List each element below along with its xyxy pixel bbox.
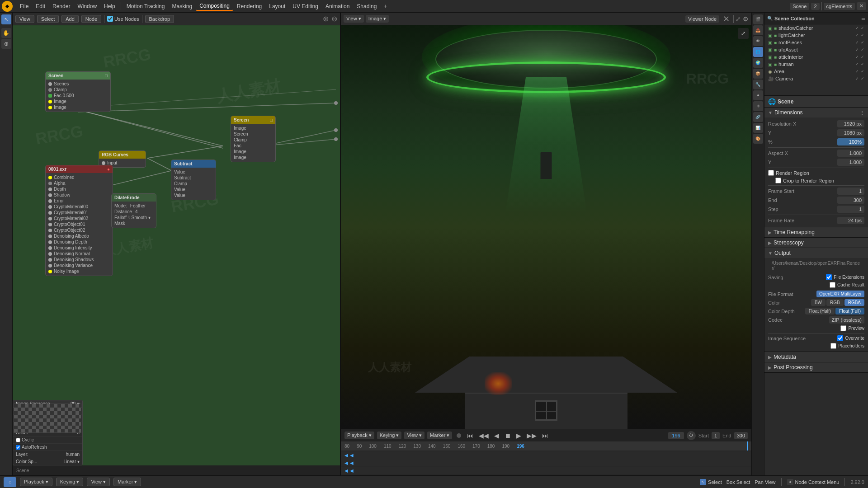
menu-window[interactable]: Window xyxy=(74,2,100,10)
node-screen-2[interactable]: Screen□ Image Screen Clamp Fac Image Ima… xyxy=(231,116,276,162)
menu-compositing[interactable]: Compositing xyxy=(196,2,233,11)
rgba-btn[interactable]: RGBA xyxy=(844,299,864,306)
outliner-item-5[interactable]: ▣ ■ human ✓✓ xyxy=(764,61,868,68)
prop-tab-data[interactable]: 📊 xyxy=(753,123,763,133)
time-remapping-header[interactable]: ▶ Time Remapping xyxy=(764,227,868,237)
dimensions-header[interactable]: ▼ Dimensions ⋮ xyxy=(764,108,868,117)
node-dilate[interactable]: DilateErode Mode:Feather Distance4 Fallo… xyxy=(111,193,156,228)
outliner-item-2[interactable]: ▣ ■ roofPieces ✓✓ xyxy=(764,39,868,46)
step-fwd-btn[interactable]: ▶▶ xyxy=(525,432,538,439)
prop-tab-object[interactable]: 📦 xyxy=(753,69,763,79)
bw-btn[interactable]: BW xyxy=(811,299,826,306)
prop-tab-scene[interactable]: 🌐 xyxy=(753,47,763,57)
stop-btn[interactable]: ⏹ xyxy=(503,432,512,439)
menu-edit[interactable]: Edit xyxy=(32,2,49,10)
use-nodes-checkbox[interactable]: Use Nodes xyxy=(107,16,139,22)
node-subtract[interactable]: Subtract Value Subtract Clamp Value Valu… xyxy=(171,160,216,200)
audio-toggle[interactable] xyxy=(457,433,461,438)
render-region-checkbox[interactable] xyxy=(768,170,774,176)
ne-node-btn[interactable]: Node xyxy=(81,15,101,23)
outliner-item-1[interactable]: ▣ ■ lightCatcher ✓✓ xyxy=(764,32,868,39)
stereoscopy-header[interactable]: ▶ Stereoscopy xyxy=(764,238,868,248)
crop-render-region-checkbox[interactable] xyxy=(775,178,781,183)
menu-layout[interactable]: Layout xyxy=(265,2,289,10)
menu-masking[interactable]: Masking xyxy=(168,2,196,10)
view-btn[interactable]: View ▾ xyxy=(404,432,425,439)
viewer-node-btn[interactable]: Viewer Node xyxy=(685,15,719,23)
dimensions-options[interactable]: ⋮ xyxy=(860,110,864,115)
menu-animation[interactable]: Animation xyxy=(322,2,353,10)
prop-tab-world[interactable]: 🌍 xyxy=(753,58,763,68)
prop-tab-render[interactable]: 🎬 xyxy=(753,14,763,24)
vp-close-btn[interactable]: ✕ xyxy=(721,14,731,24)
ne-zoom-out[interactable]: ⊖ xyxy=(331,14,337,23)
outliner-item-4[interactable]: ▣ ■ atticInterior ✓✓ xyxy=(764,53,868,61)
tool-rotate[interactable]: ⊕ xyxy=(1,39,11,49)
tool-grab[interactable]: ✋ xyxy=(1,28,11,38)
rgb-btn[interactable]: RGB xyxy=(826,299,844,306)
scene-selector[interactable]: Scene xyxy=(790,3,809,10)
float-full-btn[interactable]: Float (Full) xyxy=(835,308,864,314)
post-processing-header[interactable]: ▶ Post Processing xyxy=(764,362,868,372)
jump-start-btn[interactable]: ⏮ xyxy=(466,432,475,439)
prop-tab-particle[interactable]: ✦ xyxy=(753,90,763,100)
overwrite-checkbox[interactable] xyxy=(837,335,843,341)
workspace-name[interactable]: cgElements xyxy=(824,3,855,10)
node-screen-1[interactable]: Screen□ Scenes Clamp Fac 0.500 Image Ima… xyxy=(45,71,111,112)
backdrop-btn[interactable]: Backdrop xyxy=(145,15,174,23)
vp-fullscreen[interactable]: ⤢ xyxy=(736,15,741,23)
output-header[interactable]: ▼ Output xyxy=(764,248,868,258)
jump-end-btn[interactable]: ⏭ xyxy=(541,432,550,439)
prop-tab-view[interactable]: 👁 xyxy=(753,36,763,46)
view-layer-selector[interactable]: 2 xyxy=(811,3,819,10)
metadata-header[interactable]: ▶ Metadata xyxy=(764,352,868,362)
outliner-item-0[interactable]: ▣ ■ shadowCatcher ✓✓ xyxy=(764,24,868,32)
timeline-scrubber[interactable]: ◀◀ ◀◀ ◀◀ xyxy=(341,450,751,475)
ne-zoom-in[interactable]: ⊕ xyxy=(323,14,329,23)
vp-view-btn[interactable]: View ▾ xyxy=(344,15,364,23)
file-extensions-checkbox[interactable] xyxy=(826,274,832,280)
tool-select[interactable]: ↖ xyxy=(1,14,11,24)
preview-checkbox[interactable] xyxy=(840,325,846,331)
outliner-filter[interactable]: ☰ xyxy=(861,16,865,21)
menu-add-workspace[interactable]: + xyxy=(380,2,391,10)
view-status-btn[interactable]: View ▾ xyxy=(87,478,110,486)
prop-tab-output[interactable]: 📤 xyxy=(753,25,763,35)
outliner-item-6[interactable]: ◉ Area ✓✓ xyxy=(764,68,868,75)
cache-result-checkbox[interactable] xyxy=(830,282,835,288)
node-exr[interactable]: 0001.exr● Combined Alpha Depth Shadow Er… xyxy=(45,165,113,276)
menu-rendering[interactable]: Rendering xyxy=(233,2,265,10)
vp-settings[interactable]: ⚙ xyxy=(743,15,749,23)
prop-tab-constraints[interactable]: 🔗 xyxy=(753,112,763,122)
prop-tab-modifier[interactable]: 🔧 xyxy=(753,80,763,89)
start-frame-input[interactable]: 1 xyxy=(712,432,720,439)
step-back-btn[interactable]: ◀◀ xyxy=(477,432,490,439)
ne-add-btn[interactable]: Add xyxy=(61,15,79,23)
outliner-item-3[interactable]: ▣ ■ ufoAsset ✓✓ xyxy=(764,46,868,53)
vp-zoom-button[interactable]: ⤢ xyxy=(738,28,749,39)
prop-tab-material[interactable]: 🎨 xyxy=(753,134,763,144)
marker-status-btn[interactable]: Marker ▾ xyxy=(113,478,141,486)
outliner-item-7[interactable]: 🎥 Camera ✓✓ xyxy=(764,75,868,82)
placeholders-checkbox[interactable] xyxy=(830,343,836,349)
marker-btn[interactable]: Marker ▾ xyxy=(427,432,452,439)
prop-tab-physics[interactable]: ⚛ xyxy=(753,101,763,111)
ne-select-btn[interactable]: Select xyxy=(37,15,59,23)
float-half-btn[interactable]: Float (Half) xyxy=(805,308,835,314)
playback-status-btn[interactable]: Playback ▾ xyxy=(20,478,52,486)
menu-file[interactable]: File xyxy=(16,2,32,10)
end-frame-input[interactable]: 300 xyxy=(734,432,748,439)
menu-render[interactable]: Render xyxy=(49,2,74,10)
play-back-btn[interactable]: ◀ xyxy=(493,432,500,439)
current-frame-display[interactable]: 196 xyxy=(668,432,684,439)
play-btn[interactable]: ▶ xyxy=(515,432,523,439)
keying-status-btn[interactable]: Keying ▾ xyxy=(56,478,84,486)
menu-help[interactable]: Help xyxy=(100,2,119,10)
close-workspace[interactable]: ✕ xyxy=(857,2,866,10)
mode-button[interactable]: ○ xyxy=(4,477,16,487)
ne-view-btn[interactable]: View xyxy=(15,15,34,23)
menu-uv-editing[interactable]: UV Editing xyxy=(289,2,322,10)
vp-image-btn[interactable]: Image ▾ xyxy=(366,15,389,23)
menu-shading[interactable]: Shading xyxy=(353,2,380,10)
menu-motion-tracking[interactable]: Motion Tracking xyxy=(123,2,169,10)
